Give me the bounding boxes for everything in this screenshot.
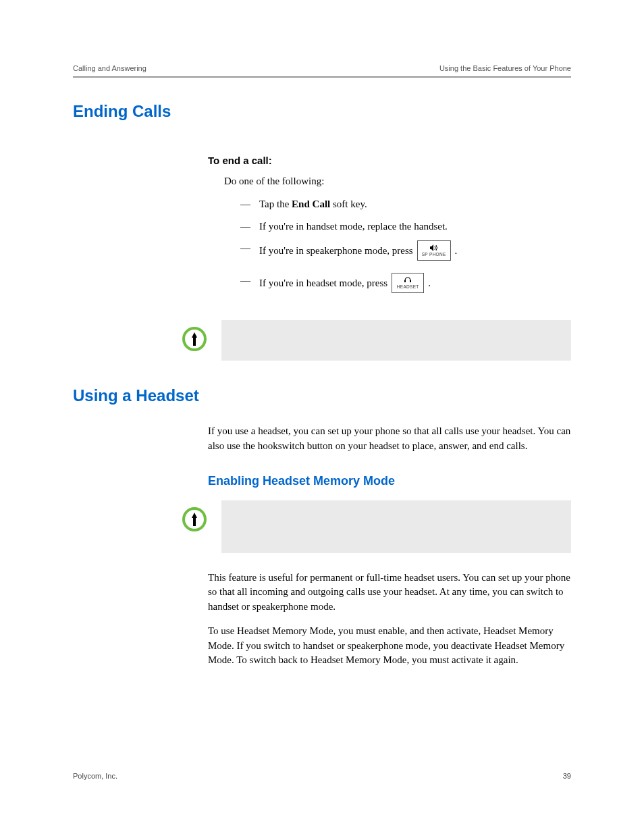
svg-rect-0 [404,280,406,282]
heading-using-headset: Using a Headset [73,386,571,405]
footer-page-number: 39 [563,772,571,780]
note-block [73,320,571,361]
running-footer: Polycom, Inc. 39 [73,772,571,780]
li-text-post: . [455,243,458,259]
list-item: If you're in speakerphone mode, press SP… [240,240,571,261]
footer-left: Polycom, Inc. [73,772,117,780]
heading-headset-memory: Enabling Headset Memory Mode [208,474,571,488]
list-item: If you're in handset mode, replace the h… [240,219,571,234]
lead-text: Do one of the following: [224,174,571,188]
tip-icon [181,506,208,533]
note-block [73,500,571,553]
paragraph: To use Headset Memory Mode, you must ena… [208,624,571,668]
list-item: If you're in headset mode, press HEADSET… [240,273,571,293]
key-label: SP PHONE [422,253,446,257]
header-right: Using the Basic Features of Your Phone [439,64,571,72]
headset-key: HEADSET [392,273,424,293]
sp-phone-key: SP PHONE [417,240,451,261]
running-header: Calling and Answering Using the Basic Fe… [73,64,571,78]
heading-ending-calls: Ending Calls [73,102,571,121]
list-item: Tap the End Call soft key. [240,197,571,212]
li-text-pre: If you're in speakerphone mode, press [259,243,413,259]
paragraph: This feature is useful for permanent or … [208,571,571,615]
li-text-bold: End Call [292,199,330,209]
li-text: If you're in handset mode, replace the h… [259,221,448,232]
li-text-post: soft key. [330,199,367,209]
svg-rect-1 [410,280,411,282]
procedure-heading: To end a call: [208,155,571,166]
li-text-post: . [428,276,431,291]
intro-paragraph: If you use a headset, you can set up you… [208,424,571,454]
li-text-pre: If you're in headset mode, press [259,276,387,291]
header-left: Calling and Answering [73,64,146,72]
tip-icon [181,325,208,353]
key-label: HEADSET [397,285,419,290]
li-text-pre: Tap the [259,199,292,209]
